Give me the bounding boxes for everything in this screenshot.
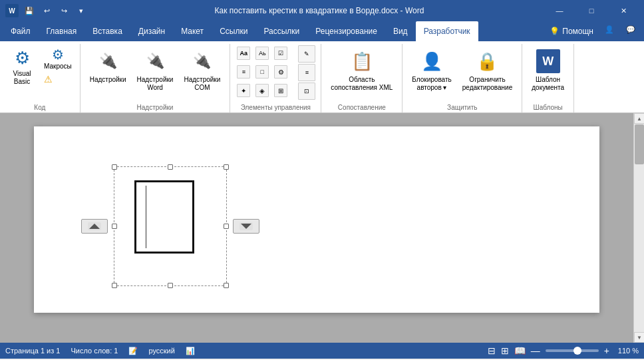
ctrl-ab[interactable]: Aь [255, 47, 269, 60]
scroll-track[interactable] [634, 124, 644, 332]
window-title: Как поставить крестик в квадратике в Вор… [94, 6, 544, 15]
word-count: Число слов: 1 [71, 347, 118, 355]
menu-design[interactable]: Дизайн [130, 21, 173, 41]
menu-references[interactable]: Ссылки [212, 21, 255, 41]
left-nav-button[interactable] [81, 219, 108, 234]
handle-tr[interactable] [224, 164, 229, 170]
ribbon-group-templates: W Шаблондокумента Шаблоны [522, 44, 574, 112]
help-label: Помощн [562, 27, 593, 36]
form-control-box[interactable] [114, 166, 227, 286]
visual-basic-button[interactable]: ⚙ VisualBasic [5, 45, 39, 89]
ctrl-properties[interactable]: ≡ [298, 64, 315, 81]
ctrl-group[interactable]: ⊡ [298, 83, 315, 100]
doc-template-button[interactable]: W Шаблондокумента [528, 45, 568, 94]
checkbox-control[interactable] [134, 180, 194, 254]
menu-file[interactable]: Файл [3, 21, 39, 41]
restrict-edit-icon: 🔒 [474, 48, 500, 75]
block-authors-button[interactable]: 👤 Блокироватьавторов ▾ [408, 45, 455, 94]
status-right: ⊟ ⊞ 📖 — + 110 % [488, 345, 639, 356]
addons-word-button[interactable]: 🔌 НадстройкиWord [133, 45, 178, 94]
account-button[interactable]: 👤 [599, 21, 620, 37]
ctrl-star[interactable]: ✦ [237, 84, 250, 97]
ctrl-aa[interactable]: Aa [237, 47, 250, 60]
view-web-icon[interactable]: ⊞ [501, 345, 509, 356]
addons-main-button[interactable]: 🔌 Надстройки [86, 45, 130, 87]
title-bar: W 💾 ↩ ↪ ▾ Как поставить крестик в квадра… [0, 0, 644, 21]
ctrl-checkbox[interactable]: ☑ [274, 47, 287, 60]
ribbon: ⚙ VisualBasic ⚙ Макросы ⚠ Код [0, 41, 644, 113]
menu-insert[interactable]: Вставка [84, 21, 130, 41]
zoom-slider[interactable] [546, 349, 599, 352]
ribbon-group-mapping: 📋 Областьсопоставления XML Сопоставление [321, 44, 402, 112]
addons-com-icon: 🔌 [189, 48, 216, 75]
xml-mapping-label: Областьсопоставления XML [331, 76, 393, 92]
maximize-button[interactable]: □ [576, 0, 607, 21]
redo-button[interactable]: ↪ [56, 3, 72, 19]
view-print-icon[interactable]: ⊟ [488, 345, 496, 356]
vertical-scrollbar[interactable]: ▲ ▼ [633, 113, 644, 343]
controls-grid: Aa Aь ☑ ≡ □ ⚙ ✦ ◈ ⊞ [236, 45, 293, 102]
xml-mapping-icon: 📋 [349, 48, 375, 75]
ribbon-group-protect: 👤 Блокироватьавторов ▾ 🔒 Ограничитьредак… [402, 44, 522, 112]
restrict-edit-label: Ограничитьредактирование [462, 76, 513, 92]
help-area[interactable]: 💡 Помощн [544, 21, 599, 41]
handle-tl[interactable] [112, 164, 117, 170]
minimize-button[interactable]: — [544, 0, 575, 21]
handle-tm[interactable] [168, 164, 173, 170]
handle-ml[interactable] [112, 224, 117, 229]
comments-button[interactable]: 💬 [620, 21, 641, 37]
scroll-up-arrow[interactable]: ▲ [634, 113, 644, 124]
menu-developer[interactable]: Разработчик [416, 21, 478, 41]
visual-basic-icon: ⚙ [15, 48, 30, 69]
macro-warning[interactable]: ⚠ [41, 73, 75, 86]
scroll-thumb[interactable] [635, 124, 644, 164]
addons-com-label: НадстройкиCOM [184, 76, 220, 92]
doc-page [34, 126, 599, 313]
handle-br[interactable] [224, 283, 229, 288]
controls-group-label: Элементы управления [241, 104, 311, 111]
save-button[interactable]: 💾 [21, 3, 37, 19]
ctrl-diamond[interactable]: ◈ [255, 84, 269, 97]
xml-mapping-button[interactable]: 📋 Областьсопоставления XML [327, 45, 397, 94]
handle-bm[interactable] [168, 283, 173, 288]
ctrl-grid[interactable]: ⊞ [274, 84, 287, 97]
ctrl-square[interactable]: □ [255, 65, 269, 79]
right-nav-button[interactable] [233, 219, 259, 234]
menu-home[interactable]: Главная [39, 21, 85, 41]
menu-view[interactable]: Вид [385, 21, 416, 41]
menu-layout[interactable]: Макет [173, 21, 212, 41]
protect-group-items: 👤 Блокироватьавторов ▾ 🔒 Ограничитьредак… [408, 45, 516, 102]
undo-button[interactable]: ↩ [39, 3, 55, 19]
ctrl-design-mode[interactable]: ✎ [298, 45, 315, 63]
mapping-group-items: 📋 Областьсопоставления XML [327, 45, 397, 102]
language: русский [148, 347, 174, 355]
zoom-plus[interactable]: + [604, 345, 609, 356]
zoom-minus[interactable]: — [531, 345, 540, 356]
scroll-down-arrow[interactable]: ▼ [634, 332, 644, 343]
menu-review[interactable]: Рецензирование [307, 21, 385, 41]
addons-com-button[interactable]: 🔌 НадстройкиCOM [180, 45, 224, 94]
controls-group-items: Aa Aь ☑ ≡ □ ⚙ ✦ ◈ ⊞ ✎ ≡ ⊡ [236, 45, 315, 102]
word-icon: W [5, 4, 19, 17]
macros-button[interactable]: ⚙ Макросы [41, 45, 75, 71]
restrict-edit-button[interactable]: 🔒 Ограничитьредактирование [458, 45, 517, 94]
ctrl-list[interactable]: ≡ [237, 65, 250, 79]
zoom-thumb[interactable] [573, 347, 581, 355]
cursor-line [146, 186, 146, 248]
menu-bar: Файл Главная Вставка Дизайн Макет Ссылки… [0, 21, 644, 41]
page-info: Страница 1 из 1 [5, 347, 60, 355]
customize-quick-access-button[interactable]: ▾ [73, 3, 89, 19]
ctrl-gear[interactable]: ⚙ [274, 65, 287, 79]
menu-mailings[interactable]: Рассылки [255, 21, 307, 41]
protect-group-label: Защитить [447, 104, 477, 111]
close-button[interactable]: ✕ [608, 0, 639, 21]
handle-bl[interactable] [112, 283, 117, 288]
addons-group-items: 🔌 Надстройки 🔌 НадстройкиWord 🔌 Надстрой… [86, 45, 225, 102]
handle-mr[interactable] [224, 224, 229, 229]
ribbon-groups-row: ⚙ VisualBasic ⚙ Макросы ⚠ Код [0, 41, 644, 112]
doc-scroll[interactable] [0, 113, 633, 343]
zoom-level[interactable]: 110 % [615, 347, 639, 355]
addons-group-label: Надстройки [137, 104, 174, 111]
addons-word-icon: 🔌 [142, 48, 168, 75]
view-read-icon[interactable]: 📖 [514, 345, 526, 356]
